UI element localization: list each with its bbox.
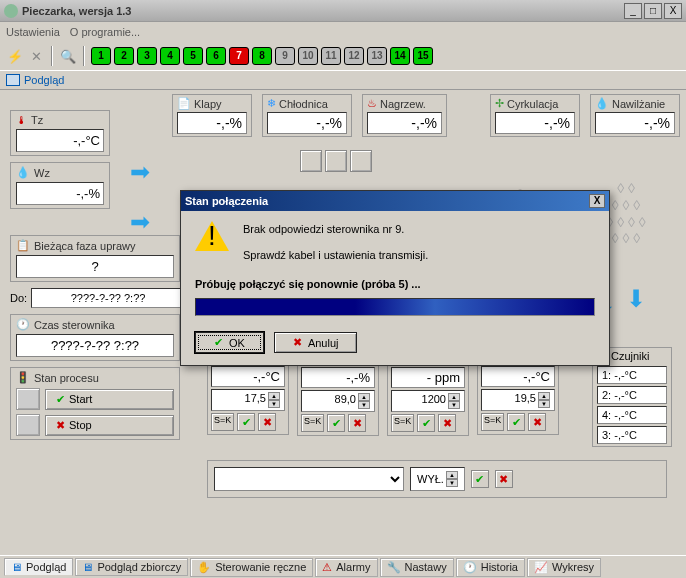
dialog-ok-button[interactable]: ✔OK [195,332,264,353]
dialog-progress [195,298,595,316]
warning-icon: ! [195,221,229,251]
dialog-messages: Brak odpowiedzi sterownika nr 9. Sprawdź… [243,221,595,264]
dialog-title: Stan połączenia [185,195,589,207]
dialog-close-button[interactable]: X [589,194,605,208]
dialog-msg2: Sprawdź kabel i ustawienia transmisji. [243,247,595,265]
dialog-overlay: Stan połączenia X ! Brak odpowiedzi ster… [0,0,686,578]
connection-dialog: Stan połączenia X ! Brak odpowiedzi ster… [180,190,610,366]
dialog-retry: Próbuję połączyć się ponownie (próba 5) … [181,274,609,294]
dialog-cancel-button[interactable]: ✖Anuluj [274,332,358,353]
dialog-titlebar[interactable]: Stan połączenia X [181,191,609,211]
dialog-msg1: Brak odpowiedzi sterownika nr 9. [243,221,595,239]
